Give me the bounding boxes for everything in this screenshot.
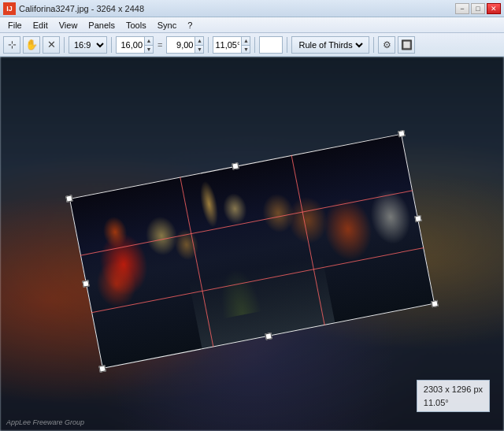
aspect-ratio-dropdown[interactable]: 16:9 4:3 1:1 Free (69, 36, 107, 54)
size-tooltip: 2303 x 1296 px 11.05° (417, 380, 490, 412)
height-increment-button[interactable]: ▲ (195, 36, 204, 45)
angle-decrement-button[interactable]: ▼ (241, 45, 250, 54)
width-decrement-button[interactable]: ▼ (144, 45, 154, 54)
minimize-button[interactable]: − (455, 3, 469, 14)
separator-6 (373, 37, 374, 53)
hand-tool-button[interactable]: ✋ (23, 36, 40, 54)
menu-panels[interactable]: Panels (83, 20, 120, 31)
info-button[interactable]: 🔲 (398, 36, 415, 54)
toolbar: ⊹ ✋ ✕ 16:9 4:3 1:1 Free 16,00 ▲ ▼ = 9,00… (0, 33, 504, 57)
separator-1 (64, 37, 65, 53)
separator-4 (254, 37, 255, 53)
settings-button[interactable]: ⚙ (378, 36, 395, 54)
width-spin-buttons: ▲ ▼ (144, 36, 154, 54)
width-spinbox: 16,00 ▲ ▼ (116, 36, 154, 54)
handle-bottom-middle[interactable] (265, 333, 272, 340)
handle-middle-right[interactable] (414, 214, 421, 221)
window-controls: − □ ✕ (455, 3, 501, 14)
watermark: AppLee Freeware Group (6, 418, 84, 426)
window-title: Califorina3247.jpg - 3264 x 2448 (19, 4, 144, 13)
handle-middle-left[interactable] (82, 280, 89, 287)
menu-view[interactable]: View (54, 20, 83, 31)
handle-top-right[interactable] (398, 129, 405, 136)
maximize-button[interactable]: □ (471, 3, 485, 14)
title-bar-left: IJ Califorina3247.jpg - 3264 x 2448 (3, 2, 144, 15)
menu-sync[interactable]: Sync (153, 20, 181, 31)
handle-top-middle[interactable] (232, 162, 239, 169)
height-spinbox: 9,00 ▲ ▼ (166, 36, 204, 54)
close-button[interactable]: ✕ (487, 3, 501, 14)
rule-select[interactable]: Rule of Thirds Golden Ratio Diagonal Non… (295, 39, 365, 50)
width-input[interactable]: 16,00 (116, 36, 144, 54)
cancel-button[interactable]: ✕ (43, 36, 60, 54)
menu-help[interactable]: ? (183, 20, 197, 31)
separator-5 (287, 37, 287, 53)
equal-sign: = (156, 40, 164, 50)
app-icon: IJ (3, 2, 16, 15)
handle-top-left[interactable] (65, 195, 72, 202)
menu-edit[interactable]: Edit (28, 20, 53, 31)
angle-label: 11.05° (424, 396, 483, 410)
color-preview (259, 36, 283, 54)
angle-spin-buttons: ▲ ▼ (241, 36, 250, 54)
title-bar: IJ Califorina3247.jpg - 3264 x 2448 − □ … (0, 0, 504, 17)
menu-file[interactable]: File (3, 20, 27, 31)
menu-bar: File Edit View Panels Tools Sync ? (0, 17, 504, 33)
canvas-area[interactable]: 2303 x 1296 px 11.05° AppLee Freeware Gr… (0, 57, 504, 431)
angle-increment-button[interactable]: ▲ (241, 36, 250, 45)
separator-2 (111, 37, 112, 53)
separator-3 (208, 37, 209, 53)
height-input[interactable]: 9,00 (166, 36, 195, 54)
height-decrement-button[interactable]: ▼ (195, 45, 204, 54)
handle-bottom-right[interactable] (431, 299, 438, 307)
height-spin-buttons: ▲ ▼ (195, 36, 204, 54)
move-tool-button[interactable]: ⊹ (3, 36, 20, 54)
size-label: 2303 x 1296 px (424, 383, 483, 396)
angle-input[interactable]: 11,05° (213, 36, 241, 54)
handle-bottom-left[interactable] (98, 365, 106, 372)
rule-dropdown-container[interactable]: Rule of Thirds Golden Ratio Diagonal Non… (291, 36, 369, 54)
menu-tools[interactable]: Tools (121, 20, 151, 31)
width-increment-button[interactable]: ▲ (144, 36, 154, 45)
angle-spinbox: 11,05° ▲ ▼ (213, 36, 250, 54)
